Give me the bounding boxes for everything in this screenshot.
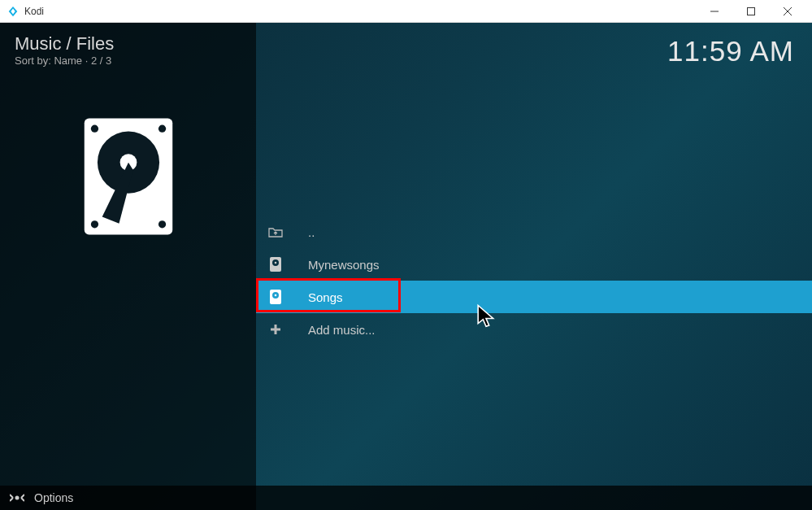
source-icon	[267, 255, 284, 273]
sort-info[interactable]: Sort by: Name · 2 / 3	[0, 54, 256, 71]
svg-point-16	[275, 294, 277, 297]
options-icon[interactable]	[10, 492, 24, 503]
media-preview-icon	[0, 116, 256, 238]
clock: 11:59 AM	[667, 35, 794, 68]
svg-point-6	[158, 125, 165, 133]
svg-point-13	[275, 262, 277, 264]
source-icon	[267, 288, 284, 306]
list-item-label: Add music...	[308, 323, 376, 337]
options-label[interactable]: Options	[34, 491, 73, 504]
window-title: Kodi	[24, 6, 696, 17]
svg-point-19	[15, 496, 20, 500]
svg-point-5	[90, 125, 98, 133]
bottom-bar: Options	[0, 486, 812, 510]
svg-point-7	[90, 220, 98, 228]
source-item-mynewsongs[interactable]: Mynewsongs	[256, 248, 812, 281]
kodi-icon	[7, 5, 20, 18]
minimize-button[interactable]	[696, 0, 732, 23]
list-item-label: Mynewsongs	[308, 258, 380, 272]
close-button[interactable]	[769, 0, 805, 23]
file-list: .. Mynewsongs Songs	[256, 216, 812, 346]
harddrive-icon	[80, 116, 177, 238]
svg-rect-1	[747, 7, 754, 15]
window-controls	[696, 0, 805, 23]
parent-folder-item[interactable]: ..	[256, 216, 812, 248]
maximize-button[interactable]	[732, 0, 769, 23]
sidebar: Music / Files Sort by: Name · 2 / 3	[0, 23, 256, 510]
add-music-item[interactable]: Add music...	[256, 313, 812, 346]
folder-up-icon	[267, 223, 284, 241]
svg-point-8	[158, 220, 165, 228]
window-titlebar: Kodi	[0, 0, 812, 23]
source-item-songs[interactable]: Songs	[256, 281, 812, 313]
list-item-label: Songs	[308, 290, 343, 304]
app-content: Music / Files Sort by: Name · 2 / 3 11:5…	[0, 23, 812, 510]
list-item-label: ..	[308, 225, 315, 239]
plus-icon	[267, 320, 284, 338]
breadcrumb: Music / Files	[0, 29, 256, 54]
